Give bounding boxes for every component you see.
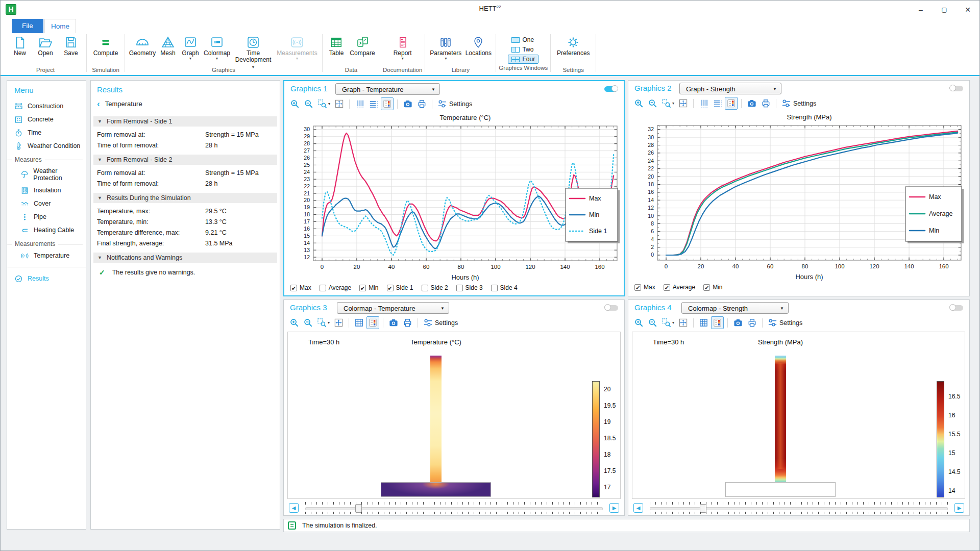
settings-icon[interactable]: Settings bbox=[436, 97, 474, 110]
print-icon[interactable] bbox=[760, 97, 772, 110]
checkbox-box[interactable] bbox=[320, 285, 326, 291]
open-button[interactable]: Open bbox=[33, 33, 58, 57]
parameters-caret[interactable]: ▼ bbox=[444, 57, 448, 61]
sidebar-item-heating-cable[interactable]: Heating Cable bbox=[7, 223, 86, 237]
report-button[interactable]: Report ▼ bbox=[387, 33, 418, 61]
graphics-1-toggle[interactable] bbox=[604, 86, 618, 92]
y-grid-icon[interactable] bbox=[367, 97, 380, 110]
checkbox-box[interactable]: ✔ bbox=[634, 284, 641, 291]
fit-view-icon[interactable] bbox=[332, 316, 345, 329]
mesh-button[interactable]: Mesh bbox=[157, 33, 179, 57]
grid-icon[interactable] bbox=[697, 316, 710, 329]
checkbox-box[interactable]: ✔ bbox=[664, 284, 670, 291]
checkbox-box[interactable] bbox=[456, 285, 463, 291]
fit-view-icon[interactable] bbox=[333, 97, 346, 110]
graphics-4-view-dropdown[interactable]: Colormap - Strength▼ bbox=[681, 302, 789, 314]
graph-dropdown-caret[interactable]: ▼ bbox=[189, 57, 192, 61]
settings-icon[interactable]: Settings bbox=[422, 316, 459, 329]
colorbar-icon[interactable] bbox=[381, 97, 394, 110]
strength-colormap-view[interactable]: Time=30 h Strength (MPa) 16.51615.51514.… bbox=[632, 332, 965, 499]
settings-icon[interactable]: Settings bbox=[766, 316, 804, 329]
camera-icon[interactable] bbox=[387, 316, 400, 329]
slider-step-back-button[interactable]: ◀ bbox=[289, 503, 299, 513]
graphics-windows-four-button[interactable]: Four bbox=[508, 55, 538, 64]
time-development-caret[interactable]: ▼ bbox=[252, 65, 255, 69]
sidebar-item-weather-condition[interactable]: Weather Condition bbox=[7, 139, 86, 153]
checkbox-min[interactable]: ✔Min bbox=[703, 284, 722, 291]
sidebar-item-time[interactable]: Time bbox=[7, 126, 86, 139]
sidebar-item-temperature[interactable]: Temperature bbox=[7, 249, 86, 262]
zoom-box-icon[interactable]: ▾ bbox=[315, 316, 331, 329]
zoom-in-icon[interactable] bbox=[288, 316, 301, 329]
colormap-dropdown-caret[interactable]: ▼ bbox=[215, 57, 219, 61]
checkbox-min[interactable]: ✔Min bbox=[359, 284, 378, 291]
sidebar-item-concrete[interactable]: Concrete bbox=[7, 113, 86, 126]
graphics-windows-two-button[interactable]: Two bbox=[508, 45, 538, 54]
checkbox-box[interactable] bbox=[422, 285, 428, 291]
slider-step-forward-button[interactable]: ▶ bbox=[954, 503, 964, 513]
checkbox-box[interactable]: ✔ bbox=[359, 285, 366, 291]
zoom-out-icon[interactable] bbox=[302, 97, 315, 110]
section-header-notifications[interactable]: ▼Notifications and Warnings bbox=[93, 253, 277, 263]
zoom-box-icon[interactable]: ▾ bbox=[316, 97, 332, 110]
checkbox-side-4[interactable]: Side 4 bbox=[491, 284, 518, 291]
geometry-button[interactable]: Geometry bbox=[128, 33, 157, 57]
camera-icon[interactable] bbox=[745, 97, 758, 110]
checkbox-average[interactable]: Average bbox=[320, 284, 351, 291]
settings-icon[interactable]: Settings bbox=[780, 97, 818, 110]
checkbox-max[interactable]: ✔Max bbox=[290, 284, 311, 291]
save-button[interactable]: Save bbox=[58, 33, 84, 57]
maximize-button[interactable]: ▢ bbox=[933, 1, 956, 19]
camera-icon[interactable] bbox=[731, 316, 745, 329]
grid-icon[interactable] bbox=[353, 316, 365, 329]
camera-icon[interactable] bbox=[401, 97, 414, 110]
checkbox-side-2[interactable]: Side 2 bbox=[422, 284, 448, 291]
slider-step-forward-button[interactable]: ▶ bbox=[609, 503, 619, 513]
checkbox-max[interactable]: ✔Max bbox=[634, 284, 655, 291]
close-button[interactable]: ✕ bbox=[956, 1, 979, 19]
colormap-button[interactable]: Colormap ▼ bbox=[202, 33, 232, 61]
x-grid-icon[interactable] bbox=[697, 97, 710, 110]
graphics-1-view-dropdown[interactable]: Graph - Temperature▼ bbox=[335, 83, 440, 95]
zoom-out-icon[interactable] bbox=[646, 316, 659, 329]
table-button[interactable]: Table bbox=[325, 33, 348, 57]
print-icon[interactable] bbox=[415, 97, 428, 110]
temperature-colormap-view[interactable]: Time=30 h Temperature (°C) 2019.51918.51… bbox=[287, 332, 621, 499]
zoom-box-icon[interactable]: ▾ bbox=[660, 316, 676, 329]
checkbox-box[interactable]: ✔ bbox=[703, 284, 710, 291]
sidebar-item-insulation[interactable]: Insulation bbox=[7, 184, 86, 197]
checkbox-box[interactable]: ✔ bbox=[387, 285, 394, 291]
zoom-in-icon[interactable] bbox=[288, 97, 301, 110]
section-header-form-removal-2[interactable]: ▼Form Removal - Side 2 bbox=[93, 155, 277, 165]
colorbar-icon[interactable] bbox=[711, 316, 724, 329]
graphics-4-toggle[interactable] bbox=[950, 305, 963, 311]
tab-home[interactable]: Home bbox=[44, 19, 76, 33]
sidebar-item-weather-protection[interactable]: Weather Protection bbox=[7, 165, 86, 184]
checkbox-box[interactable] bbox=[491, 285, 498, 291]
graphics-windows-one-button[interactable]: One bbox=[508, 35, 538, 44]
graphics-3-toggle[interactable] bbox=[605, 305, 618, 311]
section-header-form-removal-1[interactable]: ▼Form Removal - Side 1 bbox=[93, 116, 277, 127]
compare-button[interactable]: Compare bbox=[348, 33, 377, 57]
checkbox-average[interactable]: ✔Average bbox=[664, 284, 695, 291]
minimize-button[interactable]: – bbox=[909, 1, 933, 19]
sidebar-item-pipe[interactable]: Pipe bbox=[7, 210, 86, 223]
slider-step-back-button[interactable]: ◀ bbox=[633, 503, 643, 513]
preferences-button[interactable]: Preferences bbox=[553, 33, 593, 57]
parameters-button[interactable]: Parameters ▼ bbox=[428, 33, 463, 61]
checkbox-side-1[interactable]: ✔Side 1 bbox=[387, 284, 413, 291]
zoom-in-icon[interactable] bbox=[632, 316, 645, 329]
print-icon[interactable] bbox=[746, 316, 758, 329]
strength-chart[interactable]: 0204060801001201401600246810121416182022… bbox=[632, 112, 965, 282]
back-to-temperature[interactable]: ‹Temperature bbox=[91, 97, 280, 112]
section-header-results-during-simulation[interactable]: ▼Results During the Simulation bbox=[93, 193, 277, 203]
time-development-button[interactable]: Time Development ▼ bbox=[232, 33, 275, 70]
print-icon[interactable] bbox=[401, 316, 414, 329]
locations-button[interactable]: Locations bbox=[463, 33, 493, 57]
y-grid-icon[interactable] bbox=[711, 97, 724, 110]
report-caret[interactable]: ▼ bbox=[401, 57, 404, 61]
sidebar-item-construction[interactable]: Construction bbox=[7, 99, 86, 113]
graph-button[interactable]: Graph ▼ bbox=[179, 33, 202, 61]
zoom-in-icon[interactable] bbox=[632, 97, 645, 110]
zoom-out-icon[interactable] bbox=[302, 316, 314, 329]
